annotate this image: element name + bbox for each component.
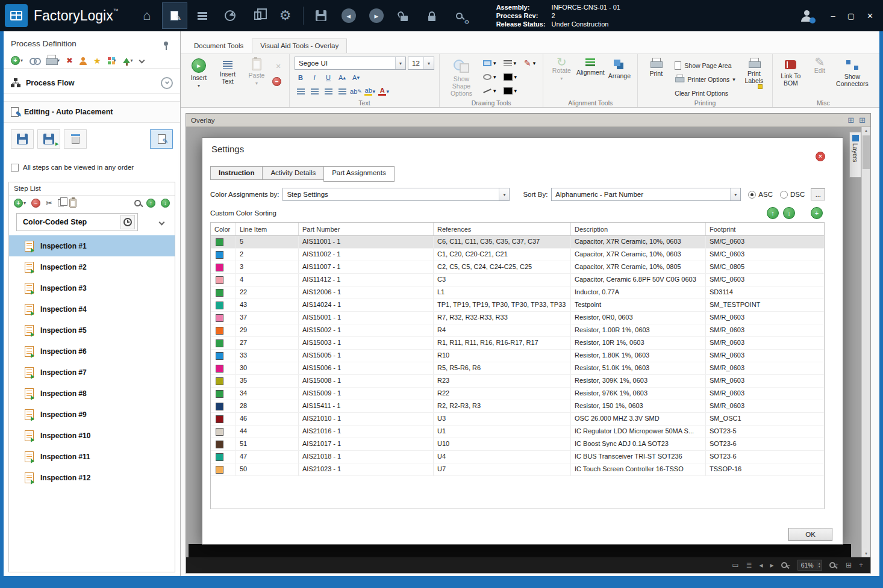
forward-button[interactable]: ▸ [364, 2, 389, 29]
color-swatch[interactable] [216, 302, 223, 309]
board-extents-icon[interactable]: ▭ [732, 561, 738, 569]
part-row[interactable]: 3AIS11007 - 1C2, C5, C5, C24, C24-C25, C… [211, 261, 824, 274]
maximize-button[interactable]: ▢ [847, 11, 855, 20]
color-swatch[interactable] [216, 251, 223, 259]
any-order-checkbox[interactable] [11, 164, 19, 172]
line-style-button[interactable]: ▾ [501, 57, 520, 69]
insert-text-button[interactable]: Insert Text [214, 57, 241, 97]
color-swatch[interactable] [216, 339, 223, 347]
back-button[interactable]: ◂ [336, 2, 361, 29]
delete-object-button[interactable]: ✕ [272, 60, 284, 72]
insert-button[interactable]: ▸ Insert ▾ [186, 57, 212, 97]
fill-color-button[interactable]: ▾ [501, 70, 520, 83]
tree-view-button[interactable]: ▾ [123, 58, 133, 63]
align-left-button[interactable] [295, 85, 307, 97]
part-row[interactable]: 5AIS11001 - 1C6, C11, C11, C35, C35, C37… [211, 236, 824, 249]
underline-button[interactable]: U [322, 72, 334, 84]
cut-button[interactable]: ✂ [46, 199, 52, 208]
pen-color-button[interactable]: ✎▾ [522, 57, 538, 69]
step-item[interactable]: Inspection #8 [9, 383, 175, 404]
step-item[interactable]: Inspection #2 [9, 256, 175, 277]
scrollbar-thumb[interactable] [863, 135, 870, 169]
zoom-in-button[interactable]: + [829, 562, 838, 568]
pan-left-icon[interactable]: ◂ [760, 561, 763, 569]
edit-button[interactable]: ✎ Edit [807, 57, 833, 97]
color-coded-step-dropdown[interactable]: Color-Coded Step [16, 213, 138, 231]
show-shape-options-button[interactable]: Show Shape Options [445, 57, 478, 97]
find-step-button[interactable] [134, 200, 141, 206]
shape-ellipse-button[interactable]: ▾ [481, 70, 499, 83]
sort-by-select[interactable]: Alphanumeric - Part Number▾ [551, 188, 741, 201]
add-step-button[interactable]: +▾ [14, 199, 26, 208]
tab-visual-aid-tools[interactable]: Visual Aid Tools - Overlay [252, 39, 347, 53]
rename-text-button[interactable]: ab✎ [350, 85, 362, 97]
shape-rectangle-button[interactable]: ▾ [481, 57, 499, 69]
part-row[interactable]: 43AIS14024 - 1TP1, TP19, TP19, TP30, TP3… [211, 299, 824, 312]
clear-print-options-button[interactable]: Clear Print Options [672, 87, 738, 99]
step-item[interactable]: Inspection #5 [9, 320, 175, 341]
collapse-section-button[interactable] [161, 77, 173, 89]
settings-button[interactable]: ⚙ [273, 2, 298, 29]
print-button[interactable]: Print [643, 57, 669, 97]
step-item[interactable]: Inspection #3 [9, 277, 175, 299]
print-labels-button[interactable]: Print Labels [741, 57, 767, 97]
part-row[interactable]: 33AIS15005 - 1R10Resistor, 1.80K 1%, 060… [211, 350, 824, 362]
link-button[interactable] [30, 58, 39, 63]
part-row[interactable]: 28AIS15411 - 1R2, R2-R3, R3Resistor, 150… [211, 400, 824, 413]
show-connectors-button[interactable]: Show Connectors [835, 57, 869, 97]
show-page-area-button[interactable]: Show Page Area [672, 59, 738, 72]
step-item[interactable]: Inspection #7 [9, 362, 175, 383]
home-button[interactable]: ⌂ [134, 2, 160, 29]
remove-object-button[interactable]: – [272, 77, 281, 86]
part-row[interactable]: 27AIS15003 - 1R1, R11, R11, R16, R16-R17… [211, 337, 824, 350]
asc-radio[interactable] [748, 191, 756, 199]
documents-button[interactable] [245, 2, 270, 29]
alignment-button[interactable]: Alignment [577, 57, 604, 97]
part-row[interactable]: 50AIS21023 - 1U7IC Touch Screen Controll… [211, 463, 824, 476]
import-step-button[interactable]: ▸ [37, 129, 60, 149]
dsc-radio[interactable] [780, 191, 788, 199]
part-row[interactable]: 51AIS21017 - 1U10IC Boost Sync ADJ 0.1A … [211, 438, 824, 451]
color-swatch[interactable] [216, 365, 223, 373]
align-justify-button[interactable] [336, 85, 348, 97]
part-row[interactable]: 4AIS11412 - 1C3Capacitor, Ceramic 6.8PF … [211, 274, 824, 286]
step-item[interactable]: Inspection #1 [9, 235, 175, 256]
tab-instruction[interactable]: Instruction [210, 166, 263, 180]
move-step-up-button[interactable]: ↑ [146, 199, 155, 208]
paste-button[interactable] [69, 199, 76, 208]
color-swatch[interactable] [216, 466, 223, 474]
paste-button[interactable]: Paste ▾ [243, 57, 270, 97]
step-item[interactable]: Inspection #10 [9, 425, 175, 446]
step-item[interactable]: Inspection #4 [9, 299, 175, 320]
crosshair-icon[interactable]: + [859, 561, 863, 569]
line-color-button[interactable]: ▾ [501, 84, 520, 97]
color-swatch[interactable] [216, 314, 223, 322]
more-options-button[interactable]: ... [811, 188, 825, 200]
board-image[interactable] [189, 544, 851, 557]
move-step-down-button[interactable]: ↓ [161, 199, 170, 208]
save-button[interactable] [308, 2, 334, 29]
column-header[interactable]: Description [571, 223, 706, 235]
font-color-button[interactable]: A▾ [378, 85, 390, 97]
italic-button[interactable]: I [308, 72, 320, 84]
remove-step-button[interactable]: – [31, 199, 40, 208]
color-assignments-select[interactable]: Step Settings▾ [282, 188, 510, 201]
tab-part-assignments[interactable]: Part Assignments [323, 166, 394, 182]
canvas-scrollbar[interactable]: ▴ ▾ [861, 127, 870, 557]
pin-icon[interactable] [164, 42, 168, 46]
color-swatch[interactable] [216, 453, 223, 461]
color-swatch[interactable] [216, 377, 223, 385]
color-swatch[interactable] [216, 238, 223, 246]
palette-button[interactable]: ▾ [108, 57, 116, 64]
part-row[interactable]: 2AIS11002 - 1C1, C20, C20-C21, C21Capaci… [211, 249, 824, 261]
color-swatch[interactable] [216, 403, 223, 410]
stack-button[interactable] [190, 2, 215, 29]
shrink-font-button[interactable]: A▾ [350, 72, 362, 84]
layers-panel-icon[interactable]: ⊞ [859, 116, 866, 125]
zoom-stepper[interactable]: ▴▾ [817, 562, 822, 569]
delete-step-button[interactable] [64, 129, 87, 149]
bold-button[interactable]: B [295, 72, 307, 84]
shape-line-button[interactable]: ▾ [481, 84, 499, 97]
lock-button[interactable] [419, 2, 445, 29]
zoom-out-button[interactable]: – [781, 562, 790, 568]
